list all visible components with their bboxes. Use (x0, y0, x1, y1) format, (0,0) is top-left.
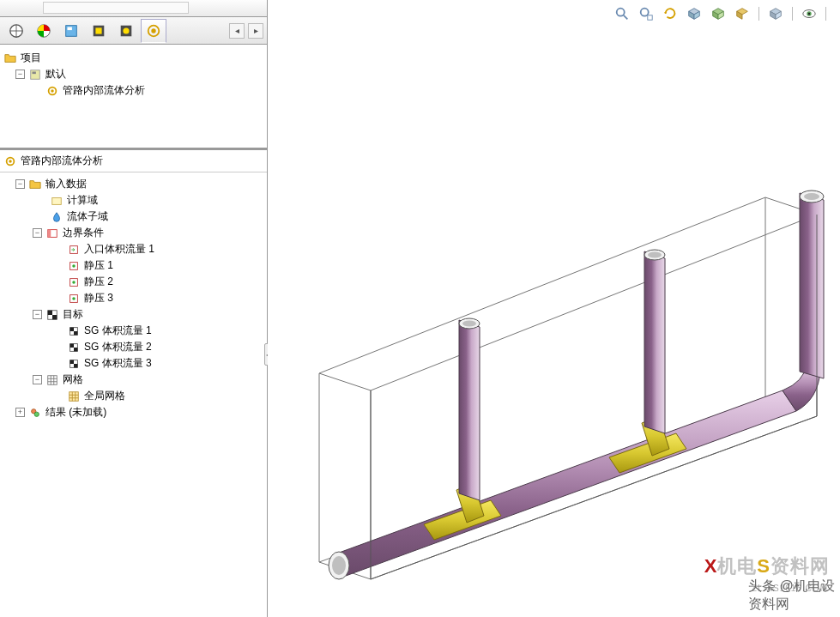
folder-icon (28, 178, 42, 191)
collapse-toggle[interactable]: − (33, 310, 42, 319)
zoom-area-button[interactable] (637, 4, 656, 23)
eye-visibility-button[interactable] (800, 4, 819, 23)
project-root-label: 项目 (21, 51, 41, 65)
svg-point-60 (332, 556, 346, 575)
bc-pressure1-node[interactable]: 静压 1 (3, 257, 265, 274)
fluid-subdomain-node[interactable]: 流体子域 (3, 209, 265, 225)
svg-rect-20 (48, 229, 51, 237)
svg-point-23 (72, 264, 76, 268)
bc-icon (67, 243, 81, 257)
rotate-view-button[interactable] (661, 4, 680, 23)
boundary-icon (45, 227, 59, 240)
view-toolbar (613, 4, 828, 23)
project-tree: 项目 − 默认 管路内部流体分析 (0, 45, 267, 148)
svg-rect-12 (31, 70, 40, 79)
input-data-label: 输入数据 (45, 177, 87, 191)
collapse-toggle[interactable]: − (33, 375, 42, 384)
svg-point-11 (151, 28, 155, 33)
config-node[interactable]: − 默认 (3, 66, 265, 82)
goal3-node[interactable]: SG 体积流量 3 (3, 355, 265, 372)
svg-rect-30 (52, 315, 57, 319)
tab-feature-manager[interactable] (3, 19, 29, 43)
project-root-node[interactable]: 项目 (3, 50, 265, 66)
svg-point-15 (51, 89, 54, 93)
tab-strip: ◂ ▸ (0, 17, 267, 45)
svg-rect-5 (68, 27, 72, 30)
svg-rect-38 (70, 360, 74, 363)
global-mesh-icon (67, 390, 81, 403)
section-view-button[interactable] (685, 4, 704, 23)
goal1-node[interactable]: SG 体积流量 1 (3, 323, 265, 339)
bc-icon (67, 292, 81, 305)
svg-rect-35 (70, 343, 74, 347)
svg-point-17 (9, 160, 12, 163)
svg-rect-39 (74, 364, 77, 367)
bc-pressure2-node[interactable]: 静压 2 (3, 274, 265, 290)
watermark-logo: X机电S资料网 (704, 553, 830, 579)
ribbon-dropdown[interactable] (43, 2, 189, 14)
top-ribbon (0, 0, 267, 17)
svg-rect-36 (74, 348, 77, 351)
separator (792, 7, 793, 21)
study-label: 管路内部流体分析 (63, 83, 145, 98)
bc-inlet-node[interactable]: 入口体积流量 1 (3, 241, 265, 257)
goal2-node[interactable]: SG 体积流量 2 (3, 339, 265, 355)
expand-toggle[interactable]: + (15, 408, 25, 417)
svg-line-53 (624, 15, 628, 20)
svg-point-52 (617, 9, 625, 16)
tab-display-manager[interactable] (113, 19, 139, 43)
separator (825, 7, 826, 21)
viewport[interactable]: X机电S资料网 ZL.XS1616.COM 头条 @机电设资料网 (268, 0, 840, 617)
tab-configuration-manager[interactable] (58, 19, 84, 43)
collapse-toggle[interactable]: − (15, 70, 25, 79)
mesh-node[interactable]: − 网格 (3, 372, 265, 388)
svg-rect-40 (48, 375, 57, 384)
config-label: 默认 (45, 67, 66, 82)
mesh-label: 网格 (63, 372, 83, 387)
leaf-marker (33, 86, 42, 95)
computing-domain-label: 计算域 (67, 193, 98, 208)
boundary-conditions-node[interactable]: − 边界条件 (3, 225, 265, 241)
goal-icon (67, 357, 81, 371)
mesh-icon (45, 373, 59, 387)
study-icon (3, 154, 17, 168)
svg-rect-32 (70, 327, 74, 330)
goal1-label: SG 体积流量 1 (84, 324, 152, 338)
goals-node[interactable]: − 目标 (3, 306, 265, 323)
bc-p3-label: 静压 3 (84, 291, 113, 305)
svg-rect-29 (48, 310, 52, 314)
computing-domain-node[interactable]: 计算域 (3, 192, 265, 209)
left-panel: ◂ ▸ 项目 − 默认 管路内部流体分析 管路内部流体分析 − 输入数据 (0, 0, 268, 617)
global-mesh-node[interactable]: 全局网格 (3, 388, 265, 404)
goal-icon (67, 341, 81, 354)
svg-rect-33 (74, 331, 77, 335)
appearance-button[interactable] (766, 4, 785, 23)
svg-point-9 (123, 27, 129, 33)
display-style-button[interactable] (709, 4, 728, 23)
goal2-label: SG 体积流量 2 (84, 340, 152, 354)
folder-icon (3, 51, 17, 65)
collapse-toggle[interactable]: − (33, 228, 42, 238)
fluid-subdomain-label: 流体子域 (67, 209, 108, 224)
nav-next-button[interactable]: ▸ (248, 23, 263, 39)
bc-pressure3-node[interactable]: 静压 3 (3, 290, 265, 306)
analysis-tree: − 输入数据 计算域 流体子域 − 边界条件 入口体积流量 1 静压 1 静压 (0, 172, 267, 424)
tab-flow-simulation[interactable] (141, 19, 166, 43)
results-node[interactable]: + 结果 (未加载) (3, 404, 265, 420)
tab-property-manager[interactable] (31, 19, 57, 43)
zoom-fit-button[interactable] (613, 4, 632, 23)
goal-icon (67, 324, 81, 338)
collapse-toggle[interactable]: − (15, 179, 25, 189)
svg-point-64 (462, 321, 476, 327)
svg-rect-13 (33, 71, 36, 74)
separator (758, 7, 759, 21)
hide-show-button[interactable] (733, 4, 752, 23)
analysis-header: 管路内部流体分析 (0, 148, 267, 172)
bc-inlet-label: 入口体积流量 1 (84, 242, 154, 257)
tab-dimxpert-manager[interactable] (86, 19, 112, 43)
input-data-node[interactable]: − 输入数据 (3, 176, 265, 192)
nav-prev-button[interactable]: ◂ (229, 23, 245, 39)
study-node[interactable]: 管路内部流体分析 (3, 82, 265, 99)
watermark-credit: 头条 @机电设资料网 (748, 578, 840, 614)
model-3d-view[interactable] (268, 30, 840, 614)
